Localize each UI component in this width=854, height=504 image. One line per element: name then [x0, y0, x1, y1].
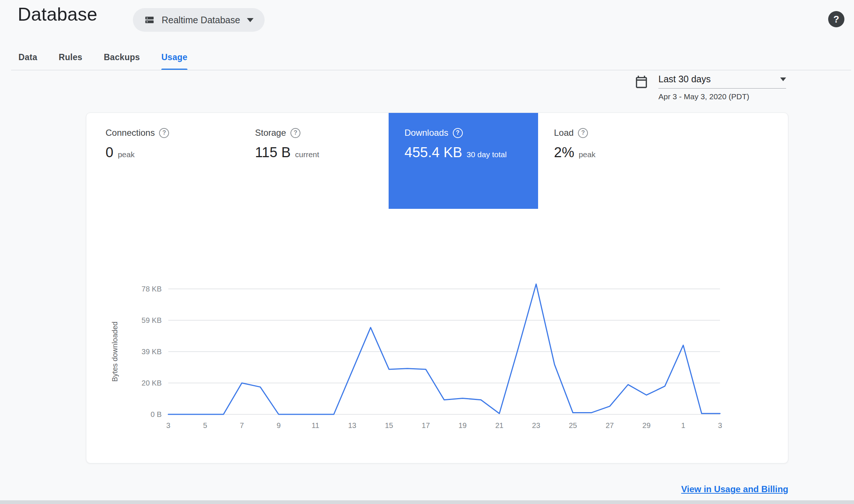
svg-text:0 B: 0 B [151, 410, 162, 418]
view-usage-billing-link[interactable]: View in Usage and Billing [681, 484, 788, 494]
svg-text:9: 9 [276, 421, 280, 429]
usage-card: 78 KB59 KB39 KB20 KB0 B35791113151719212… [86, 113, 788, 463]
chevron-down-icon [247, 18, 254, 22]
tab-usage[interactable]: Usage [161, 44, 187, 70]
svg-text:17: 17 [422, 421, 430, 429]
svg-text:59 KB: 59 KB [142, 316, 162, 324]
svg-text:15: 15 [385, 421, 393, 429]
date-range-label: Last 30 days [658, 74, 711, 84]
svg-text:Bytes downloaded: Bytes downloaded [111, 321, 119, 382]
svg-text:29: 29 [643, 421, 651, 429]
page-title: Database [18, 4, 97, 25]
svg-text:25: 25 [569, 421, 577, 429]
date-range-detail: Apr 3 - May 3, 2020 (PDT) [658, 92, 786, 101]
database-icon [144, 14, 155, 25]
svg-text:23: 23 [532, 421, 540, 429]
svg-text:7: 7 [240, 421, 244, 429]
bottom-strip [0, 500, 854, 504]
svg-text:11: 11 [311, 421, 319, 429]
tab-data[interactable]: Data [18, 44, 37, 70]
chevron-down-icon [780, 77, 786, 81]
metric-value: 115 B [255, 145, 290, 160]
metric-value: 455.4 KB [404, 145, 462, 160]
svg-text:27: 27 [606, 421, 614, 429]
svg-text:5: 5 [203, 421, 207, 429]
metric-tab-downloads[interactable]: Downloads ? 455.4 KB 30 day total [389, 113, 538, 209]
metric-tab-storage[interactable]: Storage ? 115 B current [239, 113, 389, 209]
tabs-divider [11, 70, 851, 70]
metric-tabs: Connections ? 0 peak Storage ? 115 B cur… [90, 113, 688, 209]
svg-text:13: 13 [348, 421, 356, 429]
svg-text:3: 3 [166, 421, 170, 429]
metric-name: Connections [106, 128, 155, 138]
svg-text:39 KB: 39 KB [142, 348, 162, 356]
svg-text:19: 19 [458, 421, 466, 429]
svg-text:1: 1 [681, 421, 685, 429]
metric-value: 0 [106, 145, 113, 160]
svg-text:20 KB: 20 KB [142, 379, 162, 387]
metric-name: Downloads [404, 128, 448, 138]
help-icon[interactable]: ? [290, 128, 300, 138]
tab-bar: Data Rules Backups Usage [18, 44, 187, 70]
metric-unit: 30 day total [466, 150, 507, 159]
help-icon[interactable]: ? [828, 11, 844, 27]
metric-unit: current [295, 150, 319, 159]
metric-unit: peak [579, 150, 596, 159]
help-icon[interactable]: ? [159, 128, 169, 138]
database-selector[interactable]: Realtime Database [133, 8, 265, 32]
metric-tab-connections[interactable]: Connections ? 0 peak [90, 113, 239, 209]
svg-text:78 KB: 78 KB [142, 285, 162, 293]
help-icon[interactable]: ? [453, 128, 463, 138]
metric-unit: peak [118, 150, 135, 159]
help-icon[interactable]: ? [578, 128, 588, 138]
svg-text:3: 3 [718, 421, 722, 429]
metric-name: Load [554, 128, 574, 138]
tab-rules[interactable]: Rules [59, 44, 82, 70]
tab-backups[interactable]: Backups [104, 44, 140, 70]
metric-value: 2% [554, 145, 574, 160]
metric-name: Storage [255, 128, 286, 138]
date-range-picker[interactable]: Last 30 days Apr 3 - May 3, 2020 (PDT) [634, 74, 786, 101]
database-selector-label: Realtime Database [162, 15, 240, 25]
svg-text:21: 21 [495, 421, 503, 429]
metric-tab-load[interactable]: Load ? 2% peak [538, 113, 688, 209]
calendar-icon [634, 75, 649, 101]
